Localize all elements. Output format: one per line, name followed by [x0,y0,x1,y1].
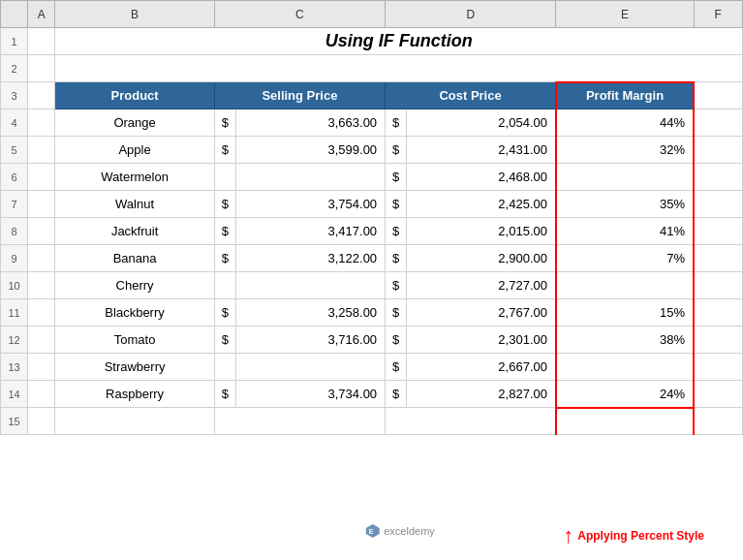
cell-A1 [28,28,55,55]
annotation-arrow-icon: ↑ [563,525,573,546]
sp-sym-6 [214,164,235,191]
product-10: Cherry [55,272,214,299]
cell-A14 [28,381,55,408]
cell-F15 [694,408,742,435]
row-7: 7 Walnut $ 3,754.00 $ 2,425.00 35% [1,191,743,218]
product-12: Tomato [55,327,214,354]
product-14: Raspberry [55,381,214,408]
product-7: Walnut [55,191,214,218]
cell-E15 [556,408,694,435]
pm-12: 38% [556,327,694,354]
rownum-10: 10 [1,272,28,299]
sp-val-11: 3,258.00 [235,299,385,327]
svg-text:E: E [368,528,373,535]
col-header-A: A [28,1,55,28]
rownum-5: 5 [1,137,28,164]
product-4: Orange [55,109,214,137]
cp-val-10: 2,727.00 [407,272,556,299]
row-4: 4 Orange $ 3,663.00 $ 2,054.00 44% [1,109,743,137]
cp-sym-13: $ [386,354,407,381]
sp-sym-13 [214,354,235,381]
sp-sym-5: $ [214,137,235,164]
cp-val-5: 2,431.00 [407,137,556,164]
rownum-8: 8 [1,218,28,245]
cell-A7 [28,191,55,218]
row-15: 15 [1,408,743,435]
col-header-E: E [556,1,694,28]
row-13: 13 Strawberry $ 2,667.00 [1,354,743,381]
rownum-6: 6 [1,164,28,191]
col-header-F: F [694,1,742,28]
sp-val-7: 3,754.00 [235,191,385,218]
product-13: Strawberry [55,354,214,381]
sp-val-4: 3,663.00 [235,109,385,137]
cell-row2 [55,55,743,82]
product-11: Blackberry [55,299,214,327]
spreadsheet: A B C D E F 1 Using IF Function 2 3 Prod… [0,0,743,435]
cell-F12 [694,327,742,354]
header-cost-price: Cost Price [386,82,556,109]
pm-9: 7% [556,245,694,272]
sp-val-12: 3,716.00 [235,327,385,354]
sp-val-5: 3,599.00 [235,137,385,164]
col-header-row: A B C D E F [1,1,743,28]
cp-sym-8: $ [386,218,407,245]
row-10: 10 Cherry $ 2,727.00 [1,272,743,299]
sp-val-6 [235,164,385,191]
pm-14: 24% [556,381,694,408]
row-5: 5 Apple $ 3,599.00 $ 2,431.00 32% [1,137,743,164]
cell-C15 [214,408,385,435]
cell-A10 [28,272,55,299]
pm-7: 35% [556,191,694,218]
annotation: ↑ Applying Percent Style [563,525,704,546]
watermark: E exceldemy [364,523,435,539]
product-8: Jackfruit [55,218,214,245]
cp-val-6: 2,468.00 [407,164,556,191]
rownum-1: 1 [1,28,28,55]
cell-A13 [28,354,55,381]
row-14: 14 Raspberry $ 3,734.00 $ 2,827.00 24% [1,381,743,408]
header-profit-margin: Profit Margin [556,82,694,109]
sp-sym-10 [214,272,235,299]
pm-13 [556,354,694,381]
sp-val-14: 3,734.00 [235,381,385,408]
sp-sym-4: $ [214,109,235,137]
cell-F8 [694,218,742,245]
rownum-7: 7 [1,191,28,218]
cell-A3 [28,82,55,109]
cell-A2 [28,55,55,82]
cp-sym-4: $ [386,109,407,137]
col-header-C: C [214,1,385,28]
pm-5: 32% [556,137,694,164]
cp-sym-7: $ [386,191,407,218]
pm-6 [556,164,694,191]
row-1: 1 Using IF Function [1,28,743,55]
product-5: Apple [55,137,214,164]
rownum-12: 12 [1,327,28,354]
title: Using IF Function [55,28,743,55]
cell-F4 [694,109,742,137]
sp-val-13 [235,354,385,381]
cell-A4 [28,109,55,137]
sp-sym-11: $ [214,299,235,327]
cp-sym-5: $ [386,137,407,164]
row-12: 12 Tomato $ 3,716.00 $ 2,301.00 38% [1,327,743,354]
rownum-3: 3 [1,82,28,109]
cell-F5 [694,137,742,164]
row-9: 9 Banana $ 3,122.00 $ 2,900.00 7% [1,245,743,272]
cp-val-13: 2,667.00 [407,354,556,381]
cp-val-12: 2,301.00 [407,327,556,354]
header-row: 3 Product Selling Price Cost Price Profi… [1,82,743,109]
cp-sym-12: $ [386,327,407,354]
cell-F14 [694,381,742,408]
cell-A6 [28,164,55,191]
rownum-13: 13 [1,354,28,381]
sp-sym-8: $ [214,218,235,245]
sp-sym-12: $ [214,327,235,354]
cell-F7 [694,191,742,218]
header-product: Product [55,82,214,109]
rownum-15: 15 [1,408,28,435]
annotation-text: Applying Percent Style [577,529,704,543]
cp-val-7: 2,425.00 [407,191,556,218]
cell-F6 [694,164,742,191]
